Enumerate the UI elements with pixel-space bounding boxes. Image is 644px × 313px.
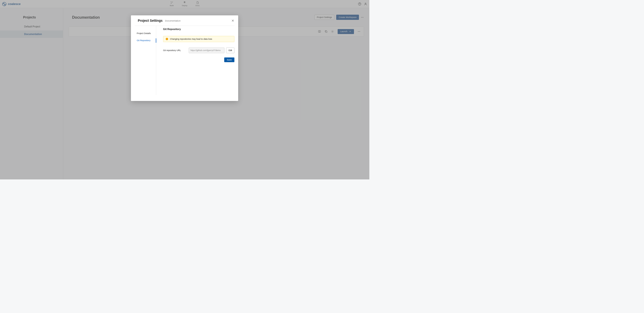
svg-point-13 [167, 39, 167, 39]
form-row-url: Git repository URL Edit [163, 47, 235, 53]
section-title: Git Repository [163, 28, 235, 30]
tab-git-repository[interactable]: Git Repository [135, 37, 156, 44]
warning-banner: Changing repositories may lead to data l… [163, 36, 235, 42]
edit-button[interactable]: Edit [226, 47, 234, 53]
project-settings-modal: Project Settings Documentation Project D… [131, 15, 238, 101]
git-url-input [189, 47, 225, 53]
modal-body: Project Details Git Repository Git Repos… [131, 26, 238, 101]
warning-icon [166, 38, 168, 40]
save-row: Save [163, 57, 235, 62]
modal-title-group: Project Settings Documentation [138, 19, 180, 22]
modal-title: Project Settings [138, 19, 163, 22]
url-label: Git repository URL [163, 49, 187, 51]
svg-rect-12 [167, 38, 167, 39]
tab-label: Git Repository [136, 39, 150, 42]
modal-header: Project Settings Documentation [135, 15, 234, 26]
tab-project-details[interactable]: Project Details [135, 30, 156, 37]
warning-text: Changing repositories may lead to data l… [170, 38, 212, 40]
modal-content: Git Repository Changing repositories may… [156, 26, 234, 101]
save-button[interactable]: Save [224, 57, 235, 62]
close-icon[interactable] [231, 19, 234, 22]
modal-sidebar: Project Details Git Repository [135, 26, 156, 95]
modal-overlay[interactable]: Project Settings Documentation Project D… [0, 0, 369, 179]
tab-label: Project Details [136, 32, 150, 34]
modal-subtitle: Documentation [165, 19, 180, 22]
